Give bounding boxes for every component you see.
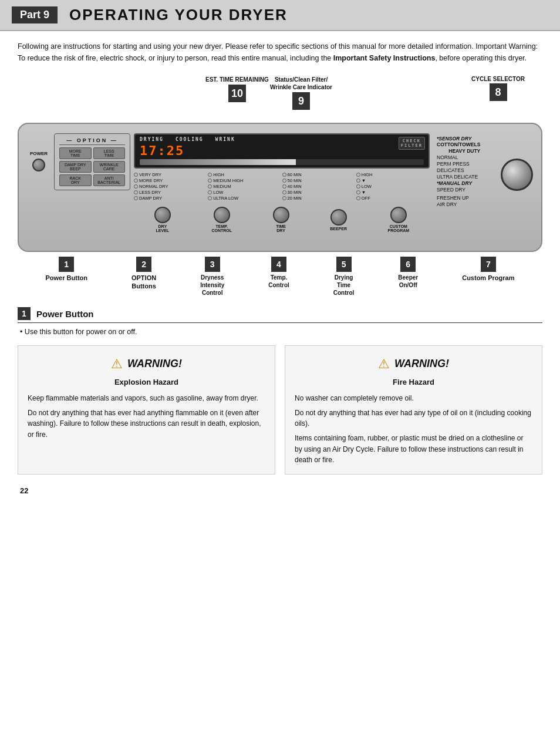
temp-control-ctrl[interactable]: TEMP.CONTROL [211,207,232,233]
opt-off: OFF [356,196,430,201]
section1-body: Use this button for power on or off. [18,328,542,336]
warning-row: ⚠ WARNING! Explosion Hazard Keep flammab… [18,345,542,475]
rack-dry-btn[interactable]: RACKDRY [59,174,92,186]
option-box: — OPTION — MORETIME LESSTIME DAMP DRYBEE… [54,133,130,190]
callout-2: 2 OPTIONButtons [131,257,156,291]
warning-text-fire: No washer can completely remove oil. Do … [295,393,532,466]
callout-1: 1 Power Button [45,257,87,282]
opt-50min: 50 MIN [282,178,356,183]
warning-icon-right: ⚠ [378,354,390,374]
opt-normal-dry: NORMAL DRY [134,184,207,189]
opt-more-dry: MORE DRY [134,178,207,183]
opt-damp-dry: DAMP DRY [134,196,207,201]
callout-cycle-selector: CYCLE SELECTOR 8 [471,76,525,102]
anti-bacterial-btn[interactable]: ANTIBACTERIAL [93,174,126,186]
opt-down2: ▼ [356,190,430,195]
opt-down1: ▼ [356,178,430,183]
part-badge: Part 9 [12,6,58,23]
dryer-panel: POWER — OPTION — MORETIME LESSTIME DAMP … [18,123,542,252]
callout-status: Status/Clean Filter/Wrinkle Care Indicat… [270,76,332,111]
opt-very-dry: VERY DRY [134,172,207,177]
opt-low2: LOW [208,190,281,195]
custom-program-ctrl[interactable]: CUSTOMPROGRAM [388,207,410,233]
power-button-area: POWER [27,133,50,171]
opt-high2: HIGH [356,172,430,177]
damp-dry-beep-btn[interactable]: DAMP DRYBEEP [59,161,92,173]
opt-high: HIGH [208,172,281,177]
warning-text-explosion: Keep flammable materials and vapors, suc… [28,393,265,440]
intro-text: Following are instructions for starting … [18,41,542,64]
less-time-btn[interactable]: LESSTIME [93,147,126,159]
opt-30min: 30 MIN [282,190,356,195]
opt-60min: 60 MIN [282,172,356,177]
opt-low: LOW [356,184,430,189]
opt-40min: 40 MIN [282,184,356,189]
diagram-section: EST. TIME REMAINING 10 Status/Clean Filt… [18,76,542,297]
cycle-selector-area: *SENSOR DRY COTTON/TOWELS HEAVY DUTY NOR… [433,133,533,208]
time-dry-ctrl[interactable]: TIMEDRY [273,207,289,233]
warning-box-explosion: ⚠ WARNING! Explosion Hazard Keep flammab… [18,345,275,475]
opt-ultra-low: ULTRA LOW [208,196,281,201]
section-header-1: 1 Power Button [18,307,542,323]
callout-7: 7 Custom Program [462,257,514,282]
check-filter-indicator: CHECKFILTER [399,137,425,150]
page-number: 22 [18,486,542,495]
warning-box-fire: ⚠ WARNING! Fire Hazard No washer can com… [285,345,542,475]
callout-est-time: EST. TIME REMAINING 10 [205,76,269,103]
display-area: DRYINGCOOLINGWRINK 17:25 CHECKFILTER VER… [134,133,430,233]
callout-5: 5 DryingTimeControl [333,257,355,297]
page-title: OPERATING YOUR DRYER [69,6,288,24]
callout-3: 3 DrynessIntensityControl [200,257,224,297]
opt-less-dry: LESS DRY [134,190,207,195]
page-header: Part 9 OPERATING YOUR DRYER [0,0,560,31]
callout-6: 6 BeeperOn/Off [398,257,418,289]
display-screen: DRYINGCOOLINGWRINK 17:25 CHECKFILTER [134,133,430,169]
dry-level-ctrl[interactable]: DRYLEVEL [154,207,171,233]
more-time-btn[interactable]: MORETIME [59,147,92,159]
callout-bottom-row: 1 Power Button 2 OPTIONButtons 3 Dryness… [18,257,542,297]
callout-4: 4 Temp.Control [268,257,289,289]
control-buttons: DRYLEVEL TEMP.CONTROL TIMEDRY BEEPE [134,207,430,233]
opt-medium: MEDIUM [208,184,281,189]
warning-icon-left: ⚠ [111,354,123,374]
opt-med-high: MEDIUM HIGH [208,178,281,183]
beeper-ctrl[interactable]: BEEPER [330,209,347,231]
opt-20min: 20 MIN [282,196,356,201]
wrinkle-care-btn[interactable]: WRINKLECARE [93,161,126,173]
